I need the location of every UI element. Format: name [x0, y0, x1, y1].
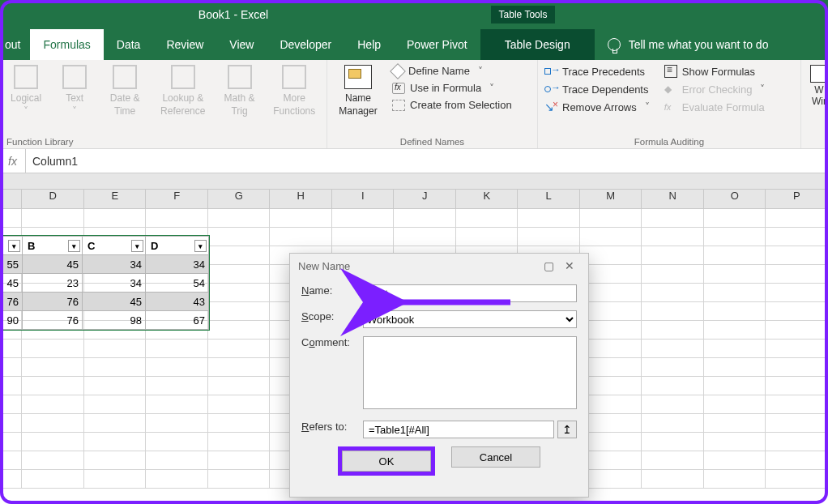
tab-data[interactable]: Data	[104, 29, 154, 60]
excel-table[interactable]: ▾ B▾ C▾ D▾ 55453434 45233454 76764543 90…	[0, 235, 210, 331]
tab-developer[interactable]: Developer	[267, 29, 344, 60]
tell-me-text: Tell me what you want to do	[629, 38, 769, 51]
trace-precedents-button[interactable]: Trace Precedents	[544, 65, 650, 78]
trace-dependents-button[interactable]: Trace Dependents	[544, 83, 650, 96]
range-picker-icon[interactable]: ↥	[557, 421, 577, 438]
use-in-formula-button[interactable]: Use in Formula	[392, 82, 512, 94]
tab-out[interactable]: out	[0, 29, 30, 60]
group-function-library: Function Library	[6, 137, 320, 147]
fx-label[interactable]: fx	[0, 149, 26, 173]
tab-help[interactable]: Help	[344, 29, 394, 60]
refers-to-input[interactable]	[363, 421, 554, 438]
column-header[interactable]: I	[332, 190, 395, 208]
column-headers	[0, 173, 828, 190]
column-header[interactable]: L	[518, 190, 580, 208]
watch-window-button[interactable]: WWir	[808, 65, 826, 107]
tab-view[interactable]: View	[216, 29, 267, 60]
filter-dropdown-icon[interactable]: ▾	[194, 240, 207, 252]
maximize-icon[interactable]: ▢	[538, 259, 559, 272]
ribbon-tabs: out Formulas Data Review View Developer …	[0, 29, 828, 60]
column-headers-row[interactable]: DEFGHIJKLMNOP	[0, 190, 828, 209]
cancel-button[interactable]: Cancel	[451, 446, 540, 468]
column-header[interactable]: M	[580, 190, 642, 208]
name-manager-button[interactable]: Name Manager	[334, 65, 382, 117]
define-name-button[interactable]: Define Name	[392, 65, 512, 77]
ok-highlight: OK	[338, 446, 435, 476]
ok-button[interactable]: OK	[342, 451, 431, 472]
text-button[interactable]: Text˅	[55, 65, 94, 117]
column-header[interactable]: O	[704, 190, 766, 208]
evaluate-formula-button[interactable]: Evaluate Formula	[664, 100, 766, 113]
create-from-selection-button[interactable]: Create from Selection	[392, 99, 512, 111]
column-header[interactable]: E	[84, 190, 147, 208]
tab-table-design[interactable]: Table Design	[480, 29, 595, 60]
column-header[interactable]: P	[766, 190, 828, 208]
column-header[interactable]: N	[642, 190, 704, 208]
filter-dropdown-icon[interactable]: ▾	[68, 240, 80, 252]
bulb-icon	[608, 38, 621, 51]
logical-button[interactable]: Logical˅	[6, 65, 45, 117]
error-checking-button[interactable]: Error Checking	[664, 83, 766, 96]
name-label: Name:	[301, 284, 363, 297]
math-trig-button[interactable]: Math & Trig	[220, 65, 258, 117]
more-functions-button[interactable]: More Functions	[269, 65, 320, 117]
refers-to-label: Refers to:	[301, 421, 363, 433]
formula-bar: fx Column1	[0, 149, 828, 173]
tab-formulas[interactable]: Formulas	[30, 29, 103, 60]
column-header[interactable]: H	[270, 190, 332, 208]
column-header[interactable]: G	[208, 190, 271, 208]
lookup-ref-button[interactable]: Lookup & Reference	[156, 65, 210, 117]
column-header[interactable]: D	[22, 190, 84, 208]
group-defined-names: Defined Names	[334, 137, 531, 147]
comment-textarea[interactable]	[363, 336, 577, 409]
show-formulas-button[interactable]: Show Formulas	[664, 65, 766, 78]
comment-label: Comment:	[301, 336, 363, 348]
formula-bar-value[interactable]: Column1	[26, 155, 828, 168]
filter-dropdown-icon[interactable]: ▾	[8, 240, 20, 252]
scope-label: Scope:	[301, 310, 363, 322]
date-time-button[interactable]: Date & Time	[104, 65, 146, 117]
new-name-dialog: New Name ▢ ✕ Name: Scope: Workbook Comme…	[289, 253, 589, 498]
column-header[interactable]: F	[146, 190, 208, 208]
filter-dropdown-icon[interactable]: ▾	[131, 240, 143, 252]
contextual-tab-label: Table Tools	[491, 6, 556, 23]
ribbon: Logical˅ Text˅ Date & Time Lookup & Refe…	[0, 60, 828, 149]
tab-review[interactable]: Review	[153, 29, 216, 60]
close-icon[interactable]: ✕	[559, 259, 580, 272]
tell-me[interactable]: Tell me what you want to do	[608, 38, 769, 51]
column-header[interactable]: K	[456, 190, 519, 208]
title-bar: Book1 - Excel Table Tools	[0, 0, 828, 29]
tab-powerpivot[interactable]: Power Pivot	[394, 29, 480, 60]
column-header[interactable]: J	[394, 190, 456, 208]
group-formula-auditing: Formula Auditing	[544, 137, 794, 147]
name-input[interactable]	[363, 284, 577, 302]
scope-select[interactable]: Workbook	[363, 310, 577, 328]
dialog-title: New Name	[298, 260, 538, 272]
remove-arrows-button[interactable]: Remove Arrows	[544, 100, 650, 113]
app-title: Book1 - Excel	[0, 8, 467, 21]
